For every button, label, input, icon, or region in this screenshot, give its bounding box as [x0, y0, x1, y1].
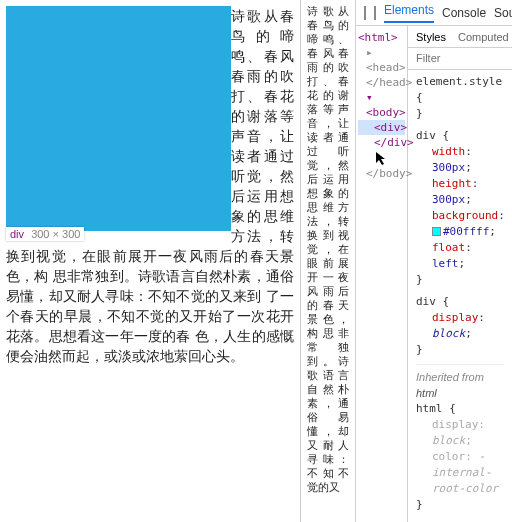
- tab-console[interactable]: Console: [442, 6, 486, 20]
- cursor-icon: [374, 150, 390, 166]
- tooltip-tag: div: [10, 228, 24, 240]
- styles-filter: [408, 48, 512, 70]
- dom-node-head-close[interactable]: </head>: [358, 75, 405, 90]
- tab-elements[interactable]: Elements: [384, 3, 434, 23]
- narrow-text-column: 诗歌从春鸟的啼鸣、春风春雨的吹打、春花的谢落等声音，让读者通过听觉，然后运用想象…: [300, 0, 356, 522]
- devtools-tabbar: Elements Console Sources N: [356, 0, 512, 26]
- rule-html-ua[interactable]: html { display: block; color: -internal-…: [416, 401, 504, 513]
- styles-tabbar: Styles Computed Event Listene: [408, 26, 512, 48]
- tab-sources[interactable]: Sources: [494, 6, 512, 20]
- rule-div-author[interactable]: div { width: 300px; height: 300px; backg…: [416, 128, 504, 288]
- color-swatch[interactable]: [432, 227, 441, 236]
- test-div[interactable]: div 300 × 300: [6, 6, 231, 231]
- rule-div-ua[interactable]: div { display: block; }: [416, 294, 504, 358]
- css-rules: element.style { } div { width: 300px; he…: [408, 70, 512, 522]
- inspect-tooltip: div 300 × 300: [6, 227, 84, 241]
- devtools-panel: Elements Console Sources N <html> ▸ <hea…: [356, 0, 512, 522]
- devtools-body: <html> ▸ <head> </head> ▾ <body> <div> <…: [356, 26, 512, 522]
- dom-node-html[interactable]: <html>: [358, 30, 405, 45]
- dom-tree[interactable]: <html> ▸ <head> </head> ▾ <body> <div> <…: [356, 26, 408, 522]
- styles-pane: Styles Computed Event Listene element.st…: [408, 26, 512, 522]
- inspect-icon[interactable]: [364, 6, 366, 20]
- dom-node-div-open[interactable]: <div>: [358, 120, 405, 135]
- styles-tab-computed[interactable]: Computed: [458, 31, 509, 43]
- device-icon[interactable]: [374, 6, 376, 20]
- app-root: div 300 × 300 诗歌从春鸟的啼鸣、春风春雨的吹打、春花的谢落等声音，…: [0, 0, 512, 522]
- dom-node-body-close[interactable]: </body>: [358, 166, 405, 181]
- rule-element-style[interactable]: element.style { }: [416, 74, 504, 122]
- filter-input[interactable]: [408, 48, 512, 69]
- dom-node-div-close[interactable]: </div>: [358, 135, 405, 166]
- tooltip-dimensions: 300 × 300: [31, 228, 80, 240]
- dom-node-head-open[interactable]: ▸ <head>: [358, 45, 405, 75]
- rendered-page: div 300 × 300 诗歌从春鸟的啼鸣、春风春雨的吹打、春花的谢落等声音，…: [0, 0, 300, 522]
- styles-tab-styles[interactable]: Styles: [416, 31, 446, 43]
- inherited-from-label: Inherited from html: [416, 364, 504, 401]
- dom-node-body-open[interactable]: ▾ <body>: [358, 90, 405, 120]
